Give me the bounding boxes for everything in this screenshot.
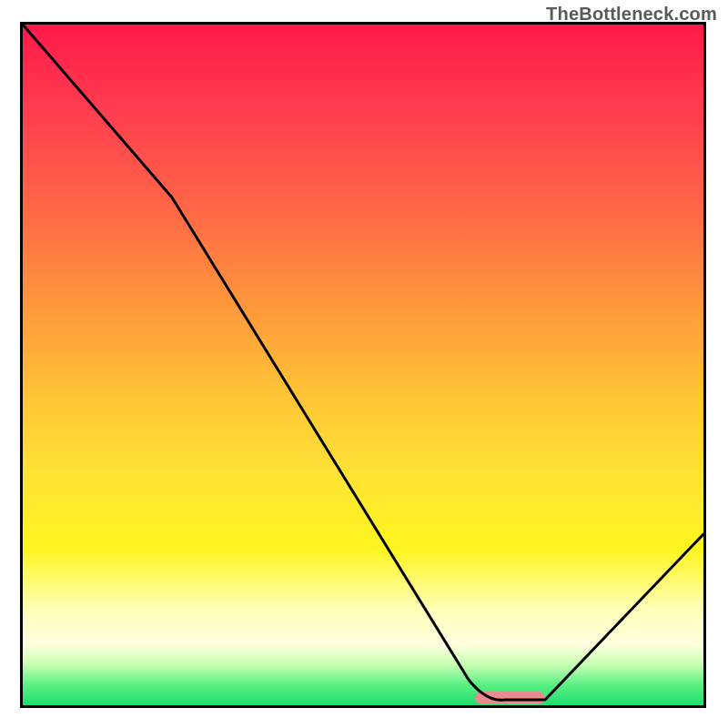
plot-area [20, 22, 706, 708]
curve-layer [23, 25, 703, 705]
bottleneck-curve [23, 25, 703, 700]
watermark-text: TheBottleneck.com [546, 4, 717, 25]
chart-frame: TheBottleneck.com [0, 0, 728, 728]
